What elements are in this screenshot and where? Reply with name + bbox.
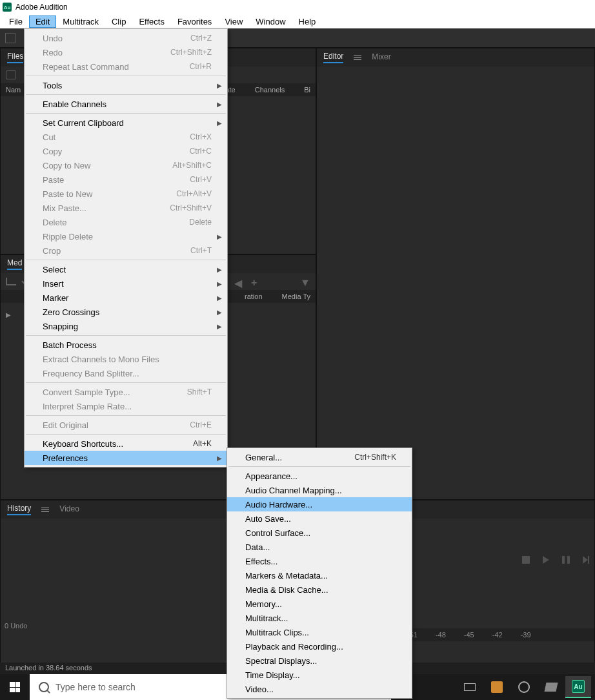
files-tab[interactable]: Files	[7, 52, 23, 63]
submenu-arrow-icon: ▶	[217, 294, 222, 302]
pref-menu-general[interactable]: General...Ctrl+Shift+K	[227, 450, 412, 464]
pref-menu-appearance[interactable]: Appearance...	[227, 469, 412, 483]
tray-audition-icon[interactable]: Au	[565, 676, 591, 698]
pref-menu-playback-and-recording[interactable]: Playback and Recording...	[227, 639, 412, 654]
filter-icon[interactable]: ▼	[300, 277, 310, 286]
submenu-arrow-icon: ▶	[217, 101, 222, 108]
pref-menu-effects[interactable]: Effects...	[227, 554, 412, 568]
shortcut-label: Alt+K	[193, 439, 212, 448]
add-icon[interactable]: +	[251, 277, 261, 286]
open-file-icon[interactable]	[6, 70, 16, 79]
shortcut-label: Ctrl+T	[190, 246, 212, 255]
col-duration[interactable]: ration	[245, 293, 263, 300]
stop-icon[interactable]	[522, 556, 530, 564]
submenu-arrow-icon: ▶	[217, 82, 222, 89]
play-icon[interactable]	[543, 556, 549, 564]
edit-menu-preferences[interactable]: Preferences▶	[25, 451, 227, 465]
title-bar: Au Adobe Audition	[0, 0, 595, 14]
menu-effects[interactable]: Effects	[132, 15, 171, 28]
col-channels[interactable]: Channels	[255, 86, 285, 94]
pref-menu-data[interactable]: Data...	[227, 540, 412, 554]
edit-menu-select[interactable]: Select▶	[25, 262, 227, 276]
edit-menu-copy-to-new: Copy to NewAlt+Shift+C	[25, 158, 227, 172]
edit-menu-mix-paste: Mix Paste...Ctrl+Shift+V	[25, 201, 227, 215]
meter-tick: -48	[436, 631, 446, 639]
pref-menu-control-surface[interactable]: Control Surface...	[227, 526, 412, 540]
panel-menu-icon[interactable]	[354, 56, 361, 60]
pref-menu-markers-metadata[interactable]: Markers & Metadata...	[227, 568, 412, 582]
edit-menu-enable-channels[interactable]: Enable Channels▶	[25, 97, 227, 111]
menu-item-label: Repeat Last Command	[43, 62, 129, 72]
col-bit[interactable]: Bi	[304, 86, 310, 94]
menu-item-label: Memory...	[245, 599, 282, 609]
edit-menu-paste-to-new: Paste to NewCtrl+Alt+V	[25, 187, 227, 201]
menu-item-label: Data...	[245, 542, 270, 552]
meter-ruler: -51-48-45-42-39	[401, 628, 594, 641]
shortcut-label: Ctrl+Shift+K	[354, 453, 396, 462]
menu-item-label: Snapping	[43, 322, 78, 331]
tool-waveform-icon[interactable]	[5, 33, 15, 43]
pref-menu-time-display[interactable]: Time Display...	[227, 668, 412, 682]
pause-icon[interactable]	[562, 556, 570, 564]
pref-menu-auto-save[interactable]: Auto Save...	[227, 511, 412, 526]
tray-app-icon[interactable]	[538, 676, 564, 698]
edit-menu-batch-process[interactable]: Batch Process	[25, 338, 227, 352]
menu-item-label: Select	[43, 265, 66, 274]
shortcut-label: Ctrl+Shift+Z	[170, 48, 212, 57]
submenu-arrow-icon: ▶	[217, 323, 222, 330]
pref-menu-spectral-displays[interactable]: Spectral Displays...	[227, 654, 412, 668]
edit-menu-keyboard-shortcuts[interactable]: Keyboard Shortcuts...Alt+K	[25, 437, 227, 451]
expand-arrow-icon[interactable]: ▶	[6, 311, 11, 318]
col-name[interactable]: Nam	[6, 86, 21, 94]
edit-menu-copy: CopyCtrl+C	[25, 144, 227, 158]
menu-item-label: Cut	[43, 132, 55, 142]
edit-menu-snapping[interactable]: Snapping▶	[25, 319, 227, 333]
menu-item-label: Paste to New	[43, 189, 92, 199]
menu-item-label: Set Current Clipboard	[43, 118, 124, 128]
tray-protools-icon[interactable]	[511, 676, 537, 698]
pref-menu-video[interactable]: Video...	[227, 682, 412, 696]
menu-clip[interactable]: Clip	[105, 15, 132, 28]
edit-menu-crop: CropCtrl+T	[25, 243, 227, 258]
menu-view[interactable]: View	[218, 15, 249, 28]
media-tab[interactable]: Med	[7, 258, 22, 270]
submenu-arrow-icon: ▶	[217, 280, 222, 287]
editor-tab[interactable]: Editor	[323, 52, 343, 63]
edit-menu-convert-sample-type: Convert Sample Type...Shift+T	[25, 385, 227, 399]
menu-item-label: Zero Crossings	[43, 307, 99, 317]
start-button[interactable]	[0, 674, 30, 700]
history-tab[interactable]: History	[7, 504, 31, 515]
back-icon[interactable]: ◀	[234, 277, 245, 286]
menu-item-label: Audio Hardware...	[245, 500, 312, 510]
shortcut-label: Ctrl+E	[190, 420, 212, 429]
skip-end-icon[interactable]	[583, 556, 588, 564]
menu-window[interactable]: Window	[249, 15, 292, 28]
pref-menu-audio-channel-mapping[interactable]: Audio Channel Mapping...	[227, 483, 412, 497]
col-media-type[interactable]: Media Ty	[282, 293, 310, 300]
edit-menu-zero-crossings[interactable]: Zero Crossings▶	[25, 305, 227, 319]
video-tab[interactable]: Video	[59, 504, 79, 515]
import-icon[interactable]	[6, 278, 16, 285]
panel-menu-icon[interactable]	[41, 508, 49, 512]
pref-menu-multitrack-clips[interactable]: Multitrack Clips...	[227, 625, 412, 639]
pref-menu-media-disk-cache[interactable]: Media & Disk Cache...	[227, 582, 412, 597]
edit-menu-tools[interactable]: Tools▶	[25, 78, 227, 92]
pref-menu-memory[interactable]: Memory...	[227, 597, 412, 611]
tray-keyboard-icon[interactable]	[457, 676, 483, 698]
tray-live-icon[interactable]	[484, 676, 510, 698]
mixer-tab[interactable]: Mixer	[372, 52, 390, 63]
menu-item-label: Enable Channels	[43, 99, 106, 109]
pref-menu-multitrack[interactable]: Multitrack...	[227, 611, 412, 625]
menu-bar: FileEditMultitrackClipEffectsFavoritesVi…	[0, 14, 595, 28]
menu-help[interactable]: Help	[292, 15, 323, 28]
menu-edit[interactable]: Edit	[29, 15, 56, 28]
app-logo-icon: Au	[3, 3, 12, 12]
menu-file[interactable]: File	[3, 15, 29, 28]
submenu-arrow-icon: ▶	[217, 309, 222, 316]
edit-menu-marker[interactable]: Marker▶	[25, 291, 227, 305]
menu-favorites[interactable]: Favorites	[171, 15, 218, 28]
edit-menu-insert[interactable]: Insert▶	[25, 276, 227, 291]
edit-menu-set-current-clipboard[interactable]: Set Current Clipboard▶	[25, 116, 227, 130]
pref-menu-audio-hardware[interactable]: Audio Hardware...	[227, 497, 412, 511]
menu-multitrack[interactable]: Multitrack	[56, 15, 105, 28]
